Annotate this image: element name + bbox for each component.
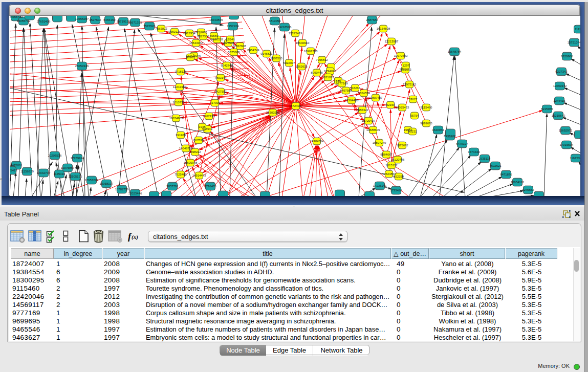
svg-text:8813054: 8813054	[269, 19, 281, 23]
svg-text:7632621: 7632621	[489, 164, 502, 167]
svg-text:98961: 98961	[186, 56, 195, 59]
svg-text:9777169: 9777169	[336, 82, 348, 85]
svg-text:3915413: 3915413	[10, 169, 17, 172]
svg-text:53627: 53627	[409, 98, 418, 101]
svg-text:7955812: 7955812	[316, 58, 328, 61]
svg-text:25300255: 25300255	[266, 111, 280, 114]
svg-text:9660124: 9660124	[168, 30, 181, 33]
svg-text:11156829: 11156829	[20, 170, 34, 173]
svg-text:2867608: 2867608	[234, 45, 246, 48]
svg-text:1145194: 1145194	[54, 172, 66, 176]
svg-text:60583: 60583	[210, 34, 219, 37]
svg-text:8471876: 8471876	[500, 173, 512, 176]
svg-text:3226058: 3226058	[195, 31, 207, 34]
svg-text:2718126: 2718126	[175, 70, 187, 73]
svg-text:191965: 191965	[176, 134, 186, 137]
svg-text:17016504: 17016504	[560, 143, 574, 146]
svg-text:16648784: 16648784	[448, 50, 462, 53]
svg-text:9242848: 9242848	[221, 64, 233, 67]
svg-text:5716485: 5716485	[204, 185, 216, 188]
svg-text:16782759: 16782759	[115, 188, 129, 191]
svg-text:49231: 49231	[408, 130, 417, 133]
svg-text:24055713: 24055713	[10, 16, 23, 18]
svg-text:1297: 1297	[402, 64, 409, 67]
svg-text:18807249: 18807249	[373, 141, 386, 144]
svg-text:2935114: 2935114	[479, 157, 491, 160]
svg-text:18546: 18546	[226, 38, 235, 41]
svg-text:95754: 95754	[410, 114, 419, 117]
svg-text:10973493: 10973493	[394, 54, 408, 57]
svg-text:417006: 417006	[210, 101, 221, 104]
svg-text:7515526: 7515526	[143, 25, 156, 28]
svg-text:16120746: 16120746	[391, 158, 405, 161]
svg-text:9227342: 9227342	[555, 70, 568, 73]
svg-text:1588520: 1588520	[270, 57, 282, 60]
svg-text:6479197: 6479197	[456, 142, 468, 145]
svg-text:16033809: 16033809	[209, 18, 223, 21]
svg-text:10654112: 10654112	[511, 181, 525, 184]
svg-text:15692971: 15692971	[559, 129, 573, 132]
svg-text:9084067: 9084067	[380, 153, 393, 156]
svg-text:7625402: 7625402	[175, 173, 187, 176]
svg-text:9146821: 9146821	[260, 52, 273, 55]
svg-text:12093372: 12093372	[553, 84, 567, 87]
svg-text:9245652: 9245652	[522, 188, 534, 191]
svg-text:3498222: 3498222	[189, 150, 201, 154]
svg-text:1615132: 1615132	[385, 164, 398, 167]
svg-text:8454749: 8454749	[247, 49, 259, 52]
svg-text:16640910: 16640910	[296, 41, 310, 45]
svg-text:9857791: 9857791	[166, 185, 179, 188]
svg-text:1527602: 1527602	[89, 18, 101, 21]
svg-text:9329966: 9329966	[561, 55, 573, 58]
svg-text:9427552: 9427552	[214, 90, 227, 93]
svg-text:12942737: 12942737	[37, 171, 51, 174]
svg-text:7663822: 7663822	[155, 27, 167, 30]
svg-text:6497568: 6497568	[340, 89, 352, 92]
svg-text:7357224: 7357224	[227, 25, 239, 28]
svg-text:10025433: 10025433	[396, 106, 409, 109]
svg-text:7986322: 7986322	[356, 108, 368, 112]
svg-text:17359924: 17359924	[71, 157, 84, 160]
svg-text:12505135: 12505135	[69, 175, 82, 178]
svg-text:16914473: 16914473	[192, 174, 206, 177]
svg-text:19654983: 19654983	[169, 117, 183, 120]
svg-text:10807487: 10807487	[369, 96, 383, 99]
svg-text:21364436: 21364436	[345, 99, 359, 102]
svg-text:1362615: 1362615	[295, 65, 308, 68]
svg-text:8938923: 8938923	[444, 135, 456, 138]
svg-text:2687682: 2687682	[366, 18, 378, 21]
svg-text:9327508: 9327508	[222, 41, 234, 45]
svg-text:26053346: 26053346	[75, 64, 89, 68]
svg-text:18724007: 18724007	[289, 104, 303, 107]
svg-text:16154808: 16154808	[377, 27, 390, 30]
svg-text:16543362: 16543362	[189, 41, 203, 45]
svg-text:10688609: 10688609	[366, 128, 380, 132]
svg-text:8186328: 8186328	[211, 38, 223, 41]
svg-text:9699695: 9699695	[420, 122, 432, 125]
svg-text:12325419: 12325419	[289, 32, 302, 35]
svg-text:1167534: 1167534	[570, 157, 580, 160]
svg-text:10958107: 10958107	[100, 182, 114, 185]
svg-text:1935: 1935	[199, 125, 206, 128]
svg-text:16671355: 16671355	[128, 21, 142, 24]
svg-text:3267130: 3267130	[203, 115, 215, 118]
svg-text:15609948: 15609948	[184, 161, 198, 164]
svg-text:8912954: 8912954	[183, 32, 195, 35]
svg-text:12213369: 12213369	[173, 85, 187, 89]
svg-text:10975867: 10975867	[61, 166, 75, 169]
svg-text:14136141: 14136141	[373, 184, 387, 187]
svg-text:7485063: 7485063	[399, 68, 411, 71]
svg-text:12213987: 12213987	[385, 40, 399, 43]
svg-text:5322037: 5322037	[283, 61, 295, 64]
svg-text:20206536: 20206536	[48, 154, 62, 157]
svg-text:867835: 867835	[193, 139, 204, 142]
svg-text:11123: 11123	[575, 28, 580, 31]
svg-text:1244415: 1244415	[553, 99, 565, 102]
svg-text:14055712: 14055712	[17, 19, 31, 23]
svg-text:19218506: 19218506	[278, 26, 292, 29]
svg-text:8990448: 8990448	[311, 71, 323, 74]
svg-text:4435061: 4435061	[10, 164, 23, 167]
svg-text:9474444: 9474444	[468, 150, 480, 154]
svg-text:1733426: 1733426	[390, 189, 402, 192]
svg-text:15751074: 15751074	[568, 41, 580, 44]
